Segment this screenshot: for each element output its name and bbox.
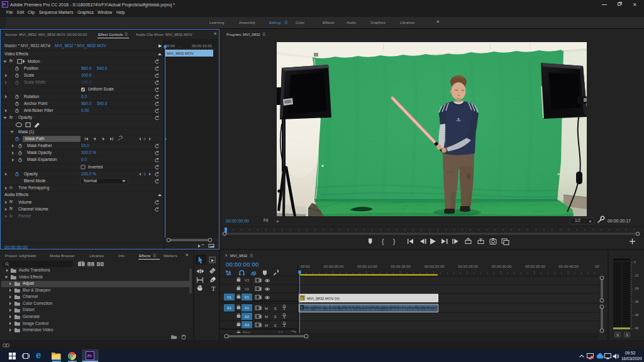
svg-text::00:00: :00:00: [299, 265, 310, 268]
svg-text:A1: A1: [227, 306, 232, 310]
svg-text:MVI_9832.MOV [V]: MVI_9832.MOV [V]: [307, 297, 340, 300]
svg-text:V3: V3: [245, 278, 250, 282]
svg-text:00:: 00:: [595, 265, 601, 268]
svg-text:}: }: [393, 238, 396, 245]
svg-text:M: M: [265, 307, 268, 310]
svg-text:{: {: [382, 238, 384, 245]
svg-text:A2: A2: [245, 315, 250, 319]
svg-text:S: S: [274, 315, 277, 319]
svg-text:fx: fx: [301, 305, 303, 309]
svg-text:T: T: [211, 285, 216, 292]
svg-text:00:00:35:00: 00:00:35:00: [525, 265, 545, 268]
svg-text:V1: V1: [227, 295, 232, 299]
svg-text:00:00:20:00: 00:00:20:00: [425, 265, 445, 268]
svg-text:00:00:15:00: 00:00:15:00: [391, 265, 411, 268]
svg-text:fx: fx: [301, 297, 304, 300]
svg-text:00:00:40:00: 00:00:40:00: [558, 265, 579, 268]
svg-text:00:00:25:00: 00:00:25:00: [458, 265, 478, 268]
svg-text:S: S: [274, 324, 277, 327]
svg-text:A3: A3: [245, 323, 250, 327]
svg-text:M: M: [265, 324, 268, 327]
svg-text:00:00:05:00: 00:00:05:00: [324, 265, 344, 268]
svg-text:M: M: [265, 315, 268, 319]
svg-text:00:00:10:00: 00:00:10:00: [357, 265, 377, 268]
svg-text:S: S: [274, 307, 277, 310]
svg-text:V1: V1: [245, 295, 250, 299]
svg-text:A1: A1: [245, 306, 250, 310]
svg-text:00:00:30:00: 00:00:30:00: [492, 265, 512, 268]
svg-text:V2: V2: [245, 287, 250, 291]
